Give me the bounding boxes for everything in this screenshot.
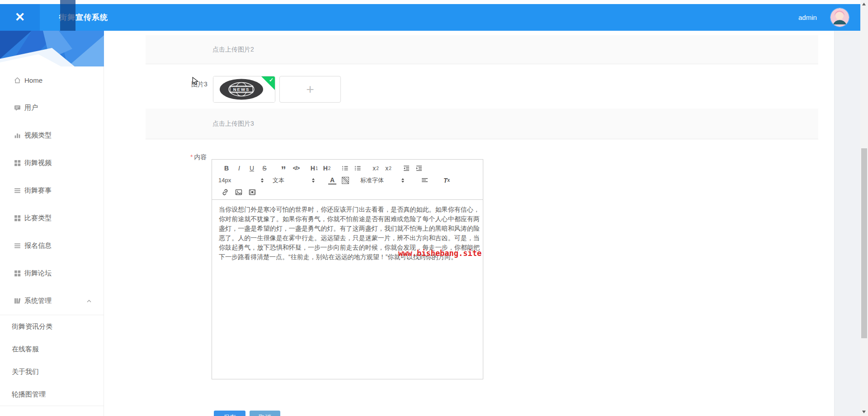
outdent-button[interactable]	[400, 163, 413, 174]
watermark-text: www.bishebang.site	[398, 249, 481, 258]
sidebar-subitem-label: 街舞资讯分类	[12, 322, 52, 331]
strikethrough-button[interactable]: S	[258, 163, 271, 174]
sidebar-item-competition-types[interactable]: 比赛类型	[0, 204, 104, 232]
required-asterisk: *	[190, 153, 193, 161]
subscript-button[interactable]: x2	[369, 163, 382, 174]
sidebar-item-home[interactable]: Home	[0, 66, 104, 94]
font-family-value: 标准字体	[360, 176, 384, 184]
scroll-down-arrow-icon[interactable]	[862, 411, 866, 413]
ordered-list-icon	[342, 165, 348, 171]
superscript-button[interactable]: x2	[382, 163, 395, 174]
sidebar-subitem-about-us[interactable]: 关于我们	[0, 360, 104, 383]
sidebar-item-label: 视频类型	[24, 131, 52, 140]
top-strip	[0, 0, 860, 4]
background-color-button[interactable]	[342, 177, 349, 184]
grid-icon	[14, 159, 21, 167]
format-picker[interactable]: 文本	[273, 175, 315, 186]
toolbar-row-3	[217, 187, 478, 198]
sidebar-subitem-label: 在线客服	[12, 345, 39, 354]
editor-content-area[interactable]: 当你设想门外是寒冷可怕的世界时，你还应该开门出去看看，是否真的如此。如果你有信心…	[212, 200, 483, 262]
sidebar-subitem-online-service[interactable]: 在线客服	[0, 338, 104, 360]
upload-hint-row-2: 点击上传图片2	[146, 35, 818, 64]
sidebar-subitem-label: 轮播图管理	[12, 390, 46, 399]
sidebar-item-label: 报名信息	[24, 241, 52, 250]
username-label[interactable]: admin	[798, 4, 817, 31]
underline-button[interactable]: U	[245, 163, 258, 174]
format-value: 文本	[273, 176, 284, 184]
sidebar-item-users[interactable]: 用户	[0, 94, 104, 122]
insert-video-button[interactable]	[245, 187, 259, 198]
link-icon	[222, 189, 229, 196]
mouse-cursor-icon	[192, 77, 199, 85]
italic-button[interactable]: I	[233, 163, 245, 174]
sidebar-item-dance-videos[interactable]: 街舞视频	[0, 149, 104, 177]
font-size-value: 14px	[218, 177, 231, 184]
sidebar-nav: Home 用户 视频类型 街舞视频	[0, 31, 104, 416]
indent-icon	[416, 165, 422, 171]
editor-toolbar: B I U S ” </> H1 H2 x2	[212, 160, 483, 200]
header2-button[interactable]: H2	[321, 163, 333, 174]
image3-uploaded-thumbnail[interactable]: NEWS ✓	[213, 76, 275, 103]
check-icon: ✓	[269, 77, 274, 83]
plus-icon: +	[306, 83, 314, 96]
sidebar-item-registration-info[interactable]: 报名信息	[0, 232, 104, 260]
sidebar-item-system-management[interactable]: 系统管理	[0, 287, 104, 315]
insert-link-button[interactable]	[218, 187, 232, 198]
sidebar-item-label: 街舞论坛	[24, 269, 52, 278]
sidebar-subitem-carousel-management[interactable]: 轮播图管理	[0, 383, 104, 406]
sidebar-item-label: 街舞视频	[24, 159, 52, 167]
header1-button[interactable]: H1	[308, 163, 321, 174]
updown-arrows-icon	[401, 178, 404, 183]
sidebar-item-label: 系统管理	[24, 297, 52, 305]
system-management-submenu: 街舞资讯分类 在线客服 关于我们 轮播图管理	[0, 315, 104, 406]
image3-add-upload-button[interactable]: +	[279, 76, 341, 103]
insert-image-button[interactable]	[232, 187, 245, 198]
blockquote-button[interactable]: ”	[277, 163, 290, 174]
bar-chart-icon	[14, 132, 21, 139]
home-icon	[14, 76, 21, 84]
align-icon	[421, 177, 428, 184]
decorative-stripe	[60, 0, 75, 31]
grid-icon	[14, 269, 21, 277]
news-logo-text: NEWS	[233, 87, 250, 92]
cancel-button[interactable]: 取消	[250, 411, 280, 416]
user-avatar[interactable]	[830, 8, 849, 27]
sidebar-subitem-label: 关于我们	[12, 368, 39, 376]
chevron-up-icon	[86, 297, 94, 305]
sidebar-item-label: 用户	[24, 104, 38, 112]
bullet-list-icon	[354, 165, 361, 171]
comment-icon	[14, 104, 21, 112]
content-label-text: 内容	[194, 153, 207, 161]
align-button[interactable]	[420, 175, 429, 186]
page-scrollbar[interactable]	[860, 0, 868, 416]
bold-button[interactable]: B	[220, 163, 233, 174]
clear-format-button[interactable]: Tx	[442, 175, 452, 186]
sidebar-subitem-news-categories[interactable]: 街舞资讯分类	[0, 315, 104, 338]
content-field-label: *内容	[190, 153, 207, 161]
grid-icon	[14, 214, 21, 222]
book-icon	[14, 297, 21, 305]
scrollbar-thumb[interactable]	[861, 148, 867, 338]
x-logo-icon: ✕	[15, 11, 25, 24]
scroll-up-arrow-icon[interactable]	[862, 3, 866, 5]
sidebar-item-dance-forum[interactable]: 街舞论坛	[0, 260, 104, 287]
sidebar-item-label: 比赛类型	[24, 214, 52, 222]
toolbar-row-1: B I U S ” </> H1 H2 x2	[217, 163, 478, 174]
text-color-button[interactable]: A	[328, 176, 336, 184]
code-block-button[interactable]: </>	[290, 163, 302, 174]
main-content: 点击上传图片2 图片3 NEWS ✓ + 点击上传图片3 *内容 B	[104, 31, 860, 416]
save-button[interactable]: 保存	[214, 411, 245, 416]
list-icon	[14, 242, 21, 250]
sidebar-item-video-types[interactable]: 视频类型	[0, 122, 104, 149]
page-background-gutter	[834, 31, 860, 416]
app-logo[interactable]: ✕	[0, 4, 40, 31]
font-family-picker[interactable]: 标准字体	[360, 175, 404, 186]
image-icon	[235, 189, 242, 196]
list-icon	[14, 187, 21, 194]
font-size-picker[interactable]: 14px	[218, 175, 264, 186]
updown-arrows-icon	[261, 178, 264, 183]
bullet-list-button[interactable]	[351, 163, 364, 174]
indent-button[interactable]	[413, 163, 425, 174]
ordered-list-button[interactable]	[339, 163, 351, 174]
sidebar-item-dance-events[interactable]: 街舞赛事	[0, 177, 104, 204]
